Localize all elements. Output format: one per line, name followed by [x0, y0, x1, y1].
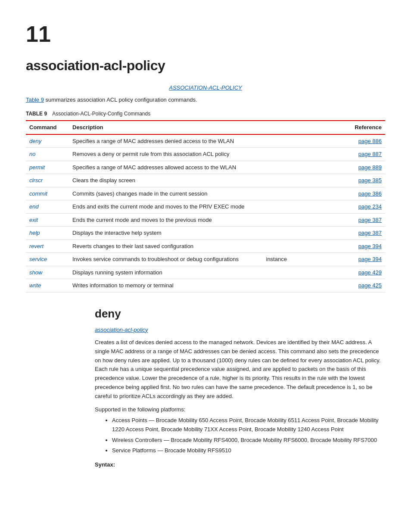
table-row: endEnds and exits the current mode and m… [26, 200, 385, 214]
list-item: Service Platforms — Brocade Mobility RFS… [112, 446, 385, 455]
table-cell-reference[interactable]: page 425 [346, 279, 385, 292]
table-cell-reference[interactable]: page 387 [346, 227, 385, 240]
table-cell-command[interactable]: service [26, 253, 69, 266]
table-cell-command[interactable]: show [26, 266, 69, 279]
table-cell-description: Invokes service commands to troubleshoot… [69, 253, 346, 266]
table-row: permitSpecifies a range of MAC addresses… [26, 161, 385, 174]
table-cell-description: Commits (saves) changes made in the curr… [69, 187, 346, 200]
list-item: Wireless Controllers — Brocade Mobility … [112, 436, 385, 445]
syntax-label: Syntax: [95, 460, 385, 469]
table-cell-command[interactable]: clrscr [26, 174, 69, 187]
table-cell-description: Displays running system information [69, 266, 346, 279]
table-cell-command[interactable]: end [26, 200, 69, 214]
table-cell-description: Removes a deny or permit rule from this … [69, 148, 346, 161]
table-cell-description: Ends and exits the current mode and move… [69, 200, 346, 214]
table-cell-command[interactable]: deny [26, 134, 69, 148]
table-cell-command[interactable]: no [26, 148, 69, 161]
table-row: clrscrClears the display screenpage 385 [26, 174, 385, 187]
deny-body-text: Creates a list of devices denied access … [95, 338, 385, 401]
table-cell-description: Reverts changes to their last saved conf… [69, 240, 346, 253]
deny-section-title: deny [95, 305, 385, 322]
table-label-title: Association-ACL-Policy-Config Commands [52, 110, 150, 118]
intro-suffix: summarizes association ACL policy config… [44, 96, 197, 103]
col-header-reference: Reference [346, 121, 385, 134]
table-label-prefix: TABLE 9 [26, 110, 47, 118]
table-row: writeWrites information to memory or ter… [26, 279, 385, 292]
table-cell-reference[interactable]: page 387 [346, 213, 385, 227]
table-cell-command[interactable]: help [26, 227, 69, 240]
table-cell-reference[interactable]: page 386 [346, 187, 385, 200]
table-row: helpDisplays the interactive help system… [26, 227, 385, 240]
table-cell-command[interactable]: commit [26, 187, 69, 200]
table-label: TABLE 9 Association-ACL-Policy-Config Co… [26, 110, 385, 118]
col-header-description: Description [69, 121, 346, 134]
table-cell-reference[interactable]: page 394 [346, 240, 385, 253]
table-cell-reference[interactable]: page 887 [346, 148, 385, 161]
table-cell-reference[interactable]: page 886 [346, 134, 385, 148]
table-header-row: Command Description Reference [26, 121, 385, 134]
table-cell-extra: instance [266, 256, 287, 262]
platforms-list: Access Points — Brocade Mobility 650 Acc… [112, 416, 385, 455]
table-cell-description: Displays the interactive help system [69, 227, 346, 240]
table-row: showDisplays running system informationp… [26, 266, 385, 279]
page-title: association-acl-policy [26, 55, 385, 76]
commands-table: Command Description Reference denySpecif… [26, 120, 385, 292]
table-cell-reference[interactable]: page 394 [346, 253, 385, 266]
table-row: commitCommits (saves) changes made in th… [26, 187, 385, 200]
table-cell-description: Specifies a range of MAC addresses allow… [69, 161, 346, 174]
table-cell-reference[interactable]: page 889 [346, 161, 385, 174]
table-cell-reference[interactable]: page 385 [346, 174, 385, 187]
deny-subsection-link[interactable]: association-acl-policy [95, 326, 385, 334]
table-cell-description: Writes information to memory or terminal [69, 279, 346, 292]
chapter-number: 11 [26, 17, 385, 51]
col-header-command: Command [26, 121, 69, 134]
table-cell-command[interactable]: permit [26, 161, 69, 174]
table-cell-command[interactable]: revert [26, 240, 69, 253]
table-ref-link[interactable]: Table 9 [26, 96, 44, 103]
table-row: denySpecifies a range of MAC addresses d… [26, 134, 385, 148]
table-cell-description: Clears the display screen [69, 174, 346, 187]
table-row: noRemoves a deny or permit rule from thi… [26, 148, 385, 161]
list-item: Access Points — Brocade Mobility 650 Acc… [112, 416, 385, 434]
table-cell-description: Specifies a range of MAC addresses denie… [69, 134, 346, 148]
table-row: serviceInvokes service commands to troub… [26, 253, 385, 266]
table-row: exitEnds the current mode and moves to t… [26, 213, 385, 227]
platforms-intro: Supported in the following platforms: [95, 405, 385, 414]
section-link[interactable]: ASSOCIATION-ACL-POLICY [26, 84, 385, 92]
intro-text: Table 9 summarizes association ACL polic… [26, 96, 385, 104]
table-cell-reference[interactable]: page 234 [346, 200, 385, 214]
table-cell-reference[interactable]: page 429 [346, 266, 385, 279]
table-row: revertReverts changes to their last save… [26, 240, 385, 253]
table-cell-command[interactable]: write [26, 279, 69, 292]
table-cell-description: Ends the current mode and moves to the p… [69, 213, 346, 227]
table-cell-command[interactable]: exit [26, 213, 69, 227]
